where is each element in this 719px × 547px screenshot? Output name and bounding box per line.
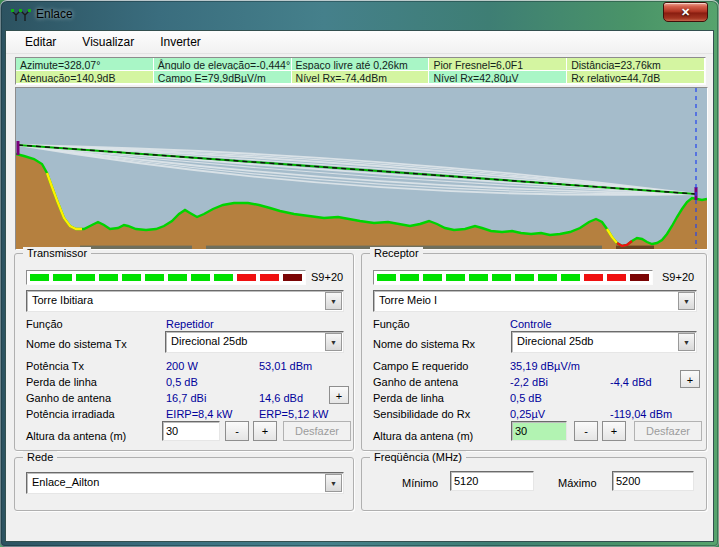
rx-system-dropdown-icon[interactable]: ▼ (678, 333, 695, 351)
info-cell: Espaço livre até 0,26km (292, 58, 430, 71)
tx-system-combo[interactable]: Direcional 25db ▼ (165, 331, 344, 353)
info-cell: Pior Fresnel=6,0F1 (429, 58, 567, 71)
rx-sensitivity-dbm: -119,04 dBm (610, 408, 672, 420)
enlace-window: Enlace ✕ Editar Visualizar Inverter Azim… (0, 0, 719, 547)
tx-antenna-height-input[interactable] (162, 421, 220, 441)
tx-signal-meter (26, 270, 306, 285)
tx-antenna-gain-plus-button[interactable]: + (329, 386, 349, 404)
rx-system-value: Direcional 25db (517, 335, 593, 347)
tx-antenna-height-label: Altura da antena (m) (26, 430, 126, 442)
rx-station-combo[interactable]: Torre Meio I ▼ (373, 290, 697, 312)
tx-station-combo[interactable]: Torre Ibitiara ▼ (26, 290, 344, 312)
meter-segment (30, 274, 49, 281)
info-cell: Rx relativo=44,7dB (567, 71, 705, 84)
tx-antenna-gain-dbi: 16,7 dBi (166, 392, 206, 404)
dialog-body: Editar Visualizar Inverter Azimute=328,0… (5, 30, 714, 542)
profile-chart (15, 87, 708, 250)
tx-antenna-gain-label: Ganho de antena (26, 392, 111, 404)
meter-segment (377, 274, 396, 281)
tx-antenna-gain-dbd: 14,6 dBd (259, 392, 303, 404)
rx-station-value: Torre Meio I (379, 294, 437, 306)
network-dropdown-icon[interactable]: ▼ (325, 474, 342, 492)
tx-meter-scale-label: S9+20 (311, 271, 343, 283)
meter-segment (122, 274, 141, 281)
profile-svg (16, 88, 707, 249)
tx-station-dropdown-icon[interactable]: ▼ (325, 292, 342, 310)
rx-sensitivity-label: Sensibilidade do Rx (373, 408, 470, 420)
rx-antenna-gain-dbd: -4,4 dBd (610, 376, 652, 388)
info-cell: Azimute=328,07° (16, 58, 154, 71)
tx-power-dbm: 53,01 dBm (259, 360, 312, 372)
network-combo[interactable]: Enlace_Ailton ▼ (26, 472, 344, 494)
meter-segment (53, 274, 72, 281)
rx-system-combo[interactable]: Direcional 25db ▼ (511, 331, 697, 353)
tx-height-minus-button[interactable]: - (225, 421, 249, 441)
rx-height-plus-button[interactable]: + (602, 421, 626, 441)
rx-funcao-value: Controle (510, 318, 552, 330)
menu-visualizar[interactable]: Visualizar (69, 32, 147, 52)
rx-sensitivity-uv: 0,25µV (510, 408, 545, 420)
rx-antenna-height-label: Altura da antena (m) (373, 430, 473, 442)
info-cell: Distância=23,76km (567, 58, 705, 71)
tx-system-value: Direcional 25db (171, 335, 247, 347)
tx-height-plus-button[interactable]: + (253, 421, 277, 441)
meter-segment (145, 274, 164, 281)
menu-inverter[interactable]: Inverter (147, 32, 214, 52)
transmitter-group-label: Transmissor (23, 247, 91, 260)
meter-segment (607, 274, 626, 281)
rx-antenna-height-input[interactable] (511, 421, 567, 441)
meter-segment (260, 274, 279, 281)
rx-antenna-gain-plus-button[interactable]: + (680, 370, 700, 388)
tx-station-value: Torre Ibitiara (32, 294, 93, 306)
rx-line-loss-value: 0,5 dB (510, 392, 542, 404)
rx-undo-button[interactable]: Desfazer (634, 421, 702, 441)
info-cell: Nível Rx=42,80µV (429, 71, 567, 84)
frequency-max-label: Máximo (558, 477, 597, 489)
tx-system-label: Nome do sistema Tx (26, 338, 127, 350)
tx-erp-value: ERP=5,12 kW (259, 408, 328, 420)
titlebar[interactable]: Enlace ✕ (0, 0, 719, 30)
frequency-group-label: Freqüência (MHz) (370, 451, 466, 464)
app-icon (11, 7, 31, 23)
info-cell: Nível Rx=-74,4dBm (292, 71, 430, 84)
frequency-max-input[interactable] (612, 471, 694, 491)
window-title: Enlace (36, 7, 73, 21)
close-button[interactable]: ✕ (663, 2, 708, 22)
frequency-min-input[interactable] (450, 471, 534, 491)
tx-system-dropdown-icon[interactable]: ▼ (325, 333, 342, 351)
meter-segment (76, 274, 95, 281)
meter-segment (214, 274, 233, 281)
info-bar: Azimute=328,07°Ângulo de elevação=-0,444… (15, 57, 706, 85)
meter-segment (469, 274, 488, 281)
rx-meter-scale-label: S9+20 (662, 271, 694, 283)
meter-segment (99, 274, 118, 281)
menu-editar[interactable]: Editar (12, 32, 69, 52)
tx-undo-button[interactable]: Desfazer (283, 421, 351, 441)
info-cell: Atenuação=140,9dB (16, 71, 154, 84)
meter-segment (630, 274, 649, 281)
rx-station-dropdown-icon[interactable]: ▼ (678, 292, 695, 310)
rx-system-label: Nome do sistema Rx (373, 338, 475, 350)
frequency-min-label: Mínimo (402, 477, 438, 489)
info-cell: Campo E=79,9dBµV/m (154, 71, 292, 84)
rx-antenna-gain-label: Ganho de antena (373, 376, 458, 388)
rx-height-minus-button[interactable]: - (574, 421, 598, 441)
menu-bar: Editar Visualizar Inverter (6, 31, 713, 54)
meter-segment (584, 274, 603, 281)
receiver-group: Receptor S9+20 Torre Meio I ▼ Função Con… (361, 253, 707, 451)
meter-segment (191, 274, 210, 281)
meter-segment (237, 274, 256, 281)
meter-segment (168, 274, 187, 281)
tx-power-watts: 200 W (166, 360, 198, 372)
meter-segment (538, 274, 557, 281)
meter-segment (561, 274, 580, 281)
rx-antenna-gain-dbi: -2,2 dBi (510, 376, 548, 388)
meter-segment (446, 274, 465, 281)
rx-efield-value: 35,19 dBµV/m (510, 360, 580, 372)
info-cell: Ângulo de elevação=-0,444° (154, 58, 292, 71)
tx-radiated-power-label: Potência irradiada (26, 408, 115, 420)
tx-funcao-label: Função (26, 318, 63, 330)
network-group-label: Rede (23, 451, 57, 464)
receiver-group-label: Receptor (370, 247, 423, 260)
meter-segment (283, 274, 302, 281)
